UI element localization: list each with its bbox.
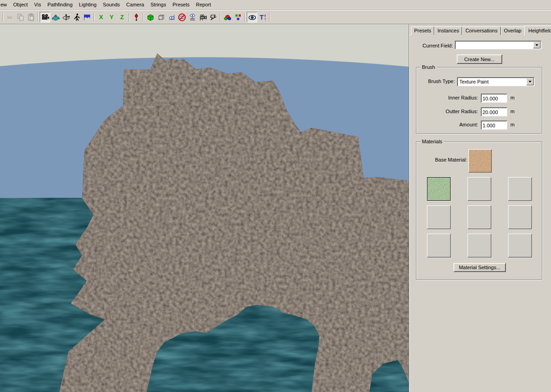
visibility-layers-button[interactable] [187,12,198,22]
material-slot-2[interactable] [468,177,491,201]
material-slot-1[interactable] [427,177,451,201]
toolbar-separator [269,13,270,22]
visibility-layers-icon [188,13,197,22]
inner-radius-label: Inner Radius: [419,95,478,100]
current-field-combo[interactable] [455,41,541,49]
menu-ew[interactable]: ew [0,0,10,10]
camera-icon [41,13,50,22]
menu-vis[interactable]: Vis [31,0,44,10]
outter-radius-input[interactable] [481,107,507,116]
axis-z-button[interactable]: Z [117,12,127,22]
hide-visibility-icon [177,13,187,22]
material-slot-9[interactable] [508,234,532,257]
axis-y-icon: Y [109,14,114,21]
teapot-button[interactable] [50,12,61,22]
wireframe-view-icon [156,13,166,22]
toolbar-separator [143,13,144,22]
material-slot-5[interactable] [468,205,491,229]
base-material-label: Base Material: [419,157,467,162]
current-field-label: Current Field: [413,43,453,48]
color-swatches-icon [234,13,243,22]
axis-x-button[interactable]: X [96,12,106,22]
rgb-cubes-icon [223,13,232,22]
solid-view-button[interactable] [145,12,156,22]
axis-z-icon: Z [120,14,124,21]
svg-text:T: T [264,17,266,21]
toolbar-separator [129,13,130,22]
chevron-down-icon [535,44,538,46]
color-swatches-button[interactable] [233,12,243,22]
tab-conversations[interactable]: Conversations [462,26,500,35]
material-slot-6[interactable] [508,205,532,229]
hide-visibility-button[interactable] [177,12,187,22]
show-eye-icon [248,13,257,22]
polygon-tool-icon [209,13,218,22]
material-slot-4[interactable] [427,205,451,229]
viewport-3d[interactable] [0,24,409,392]
show-visibility-icon [167,13,176,22]
rotate-gizmo-button[interactable] [61,12,71,22]
chevron-down-icon [529,81,531,83]
dirt-texture [469,150,491,172]
unit-label: m [510,109,515,114]
menu-report[interactable]: Report [193,0,214,10]
toolbar-separator [94,13,94,22]
amount-input[interactable] [481,120,507,130]
amount-label: Amount: [419,122,478,127]
viewport-3d-scene [0,24,409,392]
menu-presets[interactable]: Presets [169,0,192,10]
walk-mode-button[interactable] [71,12,82,22]
show-visibility-button[interactable] [166,12,177,22]
axis-x-icon: X [99,14,103,21]
toolbar-separator [37,13,38,22]
menu-strings[interactable]: Strings [147,0,169,10]
axis-y-button[interactable]: Y [106,12,117,22]
wireframe-view-button[interactable] [156,12,166,22]
inner-radius-input[interactable] [481,94,507,103]
tab-overlap[interactable]: Overlap [501,26,525,35]
svg-text:T: T [260,13,264,21]
tab-presets[interactable]: Presets [411,26,434,35]
main-content: PresetsInstancesConversationsOverlapHeig… [0,24,551,392]
material-slot-8[interactable] [468,234,491,257]
rotate-gizmo-icon [62,13,71,22]
menu-object[interactable]: Object [10,0,31,10]
brush-type-combo[interactable]: Texture Paint [457,77,535,86]
svg-text:✂: ✂ [7,14,13,21]
tab-heightfield[interactable]: Heightfield [524,26,551,36]
walk-mode-icon [72,13,81,22]
dropdown-arrow-button[interactable] [533,42,541,48]
menu-sounds[interactable]: Sounds [100,0,123,10]
menu-lighting[interactable]: Lighting [76,0,100,10]
toolbar: ✂XYZTT [0,10,551,24]
brush-group-title: Brush [421,64,437,70]
materials-group-title: Materials [421,139,444,144]
menu-camera[interactable]: Camera [123,0,147,10]
show-eye-button[interactable] [247,12,257,22]
material-slot-7[interactable] [427,234,451,257]
base-material-swatch[interactable] [468,149,492,172]
create-new-button[interactable]: Create New... [457,54,502,64]
material-slot-3[interactable] [508,177,532,201]
side-panel: PresetsInstancesConversationsOverlapHeig… [409,24,551,392]
dropdown-arrow-button[interactable] [526,78,534,85]
plumb-icon [132,13,141,22]
brush-group: Brush Brush Type: Texture Paint Inner Ra… [416,67,542,134]
menu-pathfinding[interactable]: Pathfinding [44,0,76,10]
plumb-button[interactable] [131,12,141,22]
paste-icon [26,13,36,22]
materials-group: Materials Base Material: Material Settin… [416,141,542,280]
menu-bar: ewObjectVisPathfindingLightingSoundsCame… [0,0,551,10]
text-labels-icon: TT [258,13,267,22]
camera-view-button[interactable] [198,12,208,22]
text-labels-button[interactable]: TT [257,12,268,22]
material-settings-button[interactable]: Material Settings... [453,263,506,272]
unit-label: m [510,122,515,127]
application-window: ewObjectVisPathfindingLightingSoundsCame… [0,0,551,392]
tab-instances[interactable]: Instances [434,26,462,35]
camera-button[interactable] [40,12,50,22]
rgb-cubes-button[interactable] [222,12,233,22]
flag-button[interactable] [82,12,92,22]
camera-view-icon [198,13,208,22]
polygon-tool-button[interactable] [208,12,218,22]
